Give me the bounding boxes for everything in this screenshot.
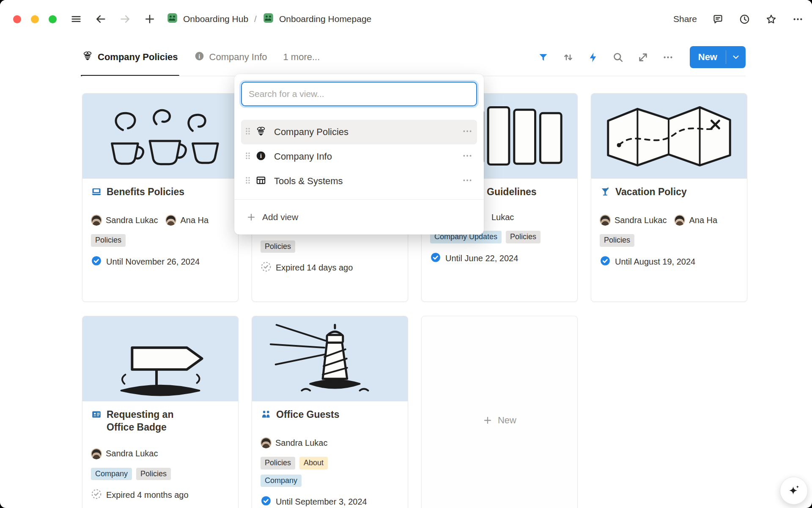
- more-options-button[interactable]: [792, 14, 804, 25]
- filter-button[interactable]: [538, 52, 549, 63]
- date-text: Expired 14 days ago: [276, 263, 353, 273]
- expand-arrows-icon: [637, 52, 649, 63]
- item-options-button[interactable]: [462, 150, 473, 163]
- window-controls: [13, 15, 57, 23]
- comments-button[interactable]: [712, 14, 724, 25]
- info-icon: i: [194, 51, 205, 64]
- new-record-button[interactable]: New: [690, 46, 746, 68]
- date-property: Until June 22, 2024: [430, 252, 569, 265]
- tag: Policies: [91, 234, 126, 246]
- date-property: Expired 4 months ago: [91, 489, 230, 502]
- person-name: Sandra Lukac: [614, 215, 667, 225]
- tab-company-policies[interactable]: Company Policies: [82, 38, 178, 76]
- avatar: [165, 215, 176, 226]
- new-card-label: New: [498, 415, 516, 426]
- filter-funnel-icon: [538, 52, 549, 63]
- people-icon: [261, 409, 272, 423]
- title-bar: Onboarding Hub / Onboarding Homepage Sha…: [0, 0, 812, 38]
- new-page-button[interactable]: [144, 13, 156, 25]
- view-toolbar: Company Policies i Company Info 1 more..…: [82, 38, 746, 76]
- person: Sandra Lukac: [600, 215, 667, 226]
- drag-handle-icon[interactable]: [243, 151, 253, 163]
- tags-property: Policies: [600, 234, 738, 246]
- share-button[interactable]: Share: [673, 14, 697, 24]
- plus-icon: [144, 13, 156, 25]
- sidebar-toggle-button[interactable]: [70, 13, 82, 25]
- back-button[interactable]: [95, 13, 107, 25]
- ai-assistant-button[interactable]: [780, 477, 808, 505]
- breadcrumb: Onboarding Hub / Onboarding Homepage: [167, 12, 371, 26]
- card-title: Requesting an Office Badge: [107, 408, 195, 434]
- tags-property: Policies About: [261, 457, 399, 469]
- card-office-guests[interactable]: Office Guests Sandra Lukac Policies Abou…: [252, 316, 408, 508]
- view-item-company-policies[interactable]: Company Policies: [241, 120, 477, 144]
- card-vacation-policy[interactable]: Vacation Policy Sandra Lukac Ana Ha Poli…: [591, 93, 747, 302]
- search-button[interactable]: [612, 52, 624, 63]
- tags-property: Policies: [261, 240, 399, 253]
- expand-button[interactable]: [637, 52, 649, 63]
- person-name: Sandra Lukac: [106, 215, 158, 225]
- sort-button[interactable]: [562, 52, 574, 63]
- plus-icon: [483, 415, 493, 425]
- breadcrumb-root[interactable]: Onboarding Hub: [183, 14, 248, 24]
- tab-company-info[interactable]: i Company Info: [194, 38, 267, 76]
- app-window: Onboarding Hub / Onboarding Homepage Sha…: [0, 0, 812, 508]
- view-item-company-info[interactable]: i Company Info: [241, 144, 477, 169]
- laptop-icon: [91, 186, 102, 200]
- hamburger-icon: [70, 13, 82, 25]
- close-window-button[interactable]: [13, 15, 21, 23]
- cocktail-icon: [600, 186, 611, 200]
- forward-arrow-icon: [119, 13, 131, 25]
- person-name: Ana Ha: [180, 215, 208, 225]
- card-requesting-office-badge[interactable]: Requesting an Office Badge Sandra Lukac …: [82, 316, 239, 508]
- card-benefits-policies[interactable]: Benefits Policies Sandra Lukac Ana Ha Po…: [82, 93, 239, 302]
- history-button[interactable]: [739, 14, 750, 25]
- tag: Policies: [506, 231, 540, 243]
- sparkle-icon: [787, 483, 801, 498]
- item-options-button[interactable]: [462, 126, 473, 138]
- plus-icon: [246, 212, 256, 222]
- tag: Policies: [261, 240, 295, 253]
- automation-button[interactable]: [587, 52, 599, 63]
- tag: Company: [261, 475, 302, 487]
- new-button-label: New: [690, 46, 726, 68]
- view-search-input[interactable]: [241, 82, 477, 106]
- card-title: Benefits Policies: [107, 185, 184, 198]
- workspace-people-icon: [167, 12, 178, 26]
- breadcrumb-page[interactable]: Onboarding Homepage: [279, 14, 371, 24]
- views-dropdown-menu: Company Policies i Company Info: [234, 74, 484, 235]
- view-tabs: Company Policies i Company Info 1 more..…: [82, 38, 320, 76]
- person-name: Sandra Lukac: [275, 438, 327, 448]
- people-property: Sandra Lukac Ana Ha: [91, 215, 230, 226]
- chevron-down-icon[interactable]: [726, 46, 746, 68]
- date-property: Expired 14 days ago: [261, 261, 399, 274]
- add-view-button[interactable]: Add view: [234, 206, 484, 229]
- tag: About: [299, 457, 328, 469]
- item-options-button[interactable]: [462, 175, 473, 188]
- person: Sandra Lukac: [91, 448, 158, 459]
- card-title: Guidelines: [487, 185, 537, 198]
- person: Ana Ha: [674, 215, 717, 226]
- minimize-window-button[interactable]: [31, 15, 39, 23]
- tab-label: Company Info: [209, 52, 267, 63]
- favorite-button[interactable]: [765, 14, 777, 25]
- drag-handle-icon[interactable]: [243, 126, 253, 138]
- date-property: Until November 26, 2024: [91, 255, 230, 268]
- avatar: [91, 215, 102, 226]
- view-actions: New: [538, 46, 746, 68]
- verified-check-icon: [600, 255, 611, 268]
- view-more-button[interactable]: [662, 52, 674, 63]
- forward-button[interactable]: [119, 13, 131, 25]
- ellipsis-icon: [662, 52, 674, 63]
- card-new-placeholder[interactable]: New: [421, 316, 578, 508]
- zoom-window-button[interactable]: [49, 15, 57, 23]
- view-item-label: Company Policies: [274, 127, 459, 138]
- svg-text:i: i: [198, 53, 200, 59]
- tabs-more-link[interactable]: 1 more...: [283, 52, 320, 63]
- view-item-label: Company Info: [274, 151, 459, 162]
- tags-property: Company: [261, 475, 399, 487]
- drag-handle-icon[interactable]: [243, 175, 253, 187]
- person-name: Ana Ha: [689, 215, 717, 225]
- view-item-tools-systems[interactable]: Tools & Systems: [241, 169, 477, 193]
- card-title: Office Guests: [276, 408, 340, 421]
